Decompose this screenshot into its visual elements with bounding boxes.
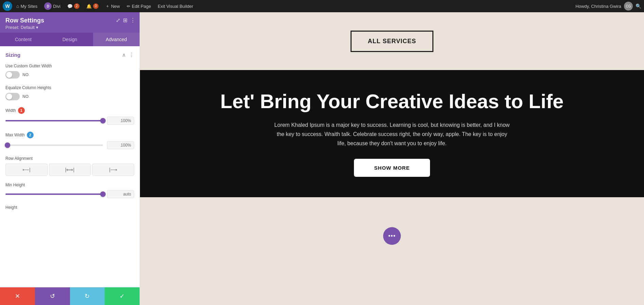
row-settings-panel: Row Settings Preset: Default ▾ ⤢ ⊞ ⋮ Con… bbox=[0, 12, 140, 305]
pencil-icon: ✏ bbox=[127, 4, 130, 9]
section-more-icon[interactable]: ⋮ bbox=[129, 52, 134, 58]
redo-button[interactable]: ↻ bbox=[70, 287, 105, 305]
comment-icon: 💬 bbox=[67, 4, 73, 9]
all-services-button[interactable]: ALL SERVICES bbox=[351, 31, 433, 52]
grid-icon[interactable]: ⊞ bbox=[123, 17, 127, 23]
show-more-button[interactable]: SHOW MORE bbox=[354, 159, 430, 177]
hero-paragraph: Lorem Khaled Ipsum is a major key to suc… bbox=[273, 120, 511, 148]
divi-icon: D bbox=[44, 2, 52, 10]
equalize-columns-field: Equalize Column Heights NO bbox=[5, 85, 134, 100]
custom-gutter-label: Use Custom Gutter Width bbox=[5, 64, 134, 68]
max-width-label: Max Width 2 bbox=[5, 132, 134, 138]
panel-header: Row Settings Preset: Default ▾ ⤢ ⊞ ⋮ bbox=[0, 12, 140, 33]
save-button[interactable]: ✓ bbox=[105, 287, 140, 305]
width-slider-thumb[interactable] bbox=[100, 118, 106, 123]
width-badge: 1 bbox=[18, 107, 25, 114]
plus-icon: ＋ bbox=[105, 3, 110, 9]
min-height-slider-row: auto bbox=[5, 190, 134, 198]
max-width-badge: 2 bbox=[27, 132, 34, 138]
max-width-field: Max Width 2 100% bbox=[5, 132, 134, 149]
custom-gutter-value: NO bbox=[22, 72, 29, 77]
content-area: ALL SERVICES Let' Bring Your Creative Id… bbox=[140, 12, 644, 305]
howdy-text: Howdy, Christina Gwira bbox=[575, 4, 621, 9]
exit-visual-builder-button[interactable]: Exit Visual Builder bbox=[155, 2, 196, 10]
divi-menu[interactable]: D Divi bbox=[41, 1, 63, 11]
panel-header-icons: ⤢ ⊞ ⋮ bbox=[116, 17, 136, 23]
height-field: Height bbox=[5, 205, 134, 210]
panel-content: Sizing ∧ ⋮ Use Custom Gutter Width NO E bbox=[0, 46, 140, 287]
min-height-slider-track bbox=[5, 193, 103, 195]
action-bar: ✕ ↺ ↻ ✓ bbox=[0, 287, 140, 305]
new-button[interactable]: ＋ New bbox=[103, 2, 123, 11]
admin-bar-right: Howdy, Christina Gwira CG 🔍 bbox=[575, 2, 641, 11]
min-height-field: Min Height auto bbox=[5, 183, 134, 198]
comments-badge: 2 bbox=[74, 3, 79, 9]
notifications-menu[interactable]: 🔔 0 bbox=[84, 2, 101, 10]
custom-gutter-toggle[interactable] bbox=[5, 71, 20, 79]
align-left-button[interactable]: ⟵| bbox=[5, 164, 48, 176]
expand-icon[interactable]: ⤢ bbox=[116, 17, 120, 23]
row-alignment-label: Row Alignment bbox=[5, 156, 134, 161]
min-height-slider-value[interactable]: auto bbox=[107, 190, 134, 198]
align-center-button[interactable]: |⟺| bbox=[49, 164, 91, 176]
hero-title: Let' Bring Your Creative Ideas to Life bbox=[167, 90, 617, 112]
custom-gutter-width-field: Use Custom Gutter Width NO bbox=[5, 64, 134, 79]
width-slider-fill bbox=[5, 120, 103, 121]
toggle-knob bbox=[6, 72, 12, 78]
undo-button[interactable]: ↺ bbox=[35, 287, 70, 305]
notification-icon: 🔔 bbox=[86, 4, 92, 9]
tab-advanced[interactable]: Advanced bbox=[93, 33, 140, 46]
width-slider-value[interactable]: 100% bbox=[107, 117, 134, 125]
collapse-icon[interactable]: ∧ bbox=[122, 52, 126, 58]
comments-menu[interactable]: 💬 2 bbox=[65, 2, 82, 10]
min-height-label: Min Height bbox=[5, 183, 134, 187]
max-width-slider-value[interactable]: 100% bbox=[107, 141, 134, 149]
max-width-slider-thumb[interactable] bbox=[5, 142, 10, 148]
width-label: Width 1 bbox=[5, 107, 134, 114]
sizing-section-header: Sizing ∧ ⋮ bbox=[5, 52, 134, 58]
home-icon: ⌂ bbox=[16, 3, 19, 9]
search-icon[interactable]: 🔍 bbox=[636, 3, 641, 9]
admin-bar: W ⌂ My Sites D Divi 💬 2 🔔 0 ＋ New ✏ Edit… bbox=[0, 0, 644, 12]
min-height-slider-thumb[interactable] bbox=[100, 191, 106, 197]
width-slider-row: 100% bbox=[5, 117, 134, 125]
dark-hero-section: Let' Bring Your Creative Ideas to Life L… bbox=[140, 70, 644, 197]
wp-logo[interactable]: W bbox=[3, 1, 12, 11]
equalize-columns-label: Equalize Column Heights bbox=[5, 85, 134, 90]
panel-title: Row Settings bbox=[5, 17, 134, 24]
row-alignment-options: ⟵| |⟺| |⟶ bbox=[5, 164, 134, 176]
equalize-columns-toggle-row: NO bbox=[5, 93, 134, 100]
avatar[interactable]: CG bbox=[624, 2, 633, 11]
tab-design[interactable]: Design bbox=[47, 33, 93, 46]
custom-gutter-toggle-row: NO bbox=[5, 71, 134, 79]
section-icons: ∧ ⋮ bbox=[122, 52, 134, 58]
toggle-knob-2 bbox=[6, 94, 12, 100]
width-slider-track bbox=[5, 120, 103, 121]
row-alignment-field: Row Alignment ⟵| |⟺| |⟶ bbox=[5, 156, 134, 176]
height-label: Height bbox=[5, 205, 134, 210]
main-layout: Row Settings Preset: Default ▾ ⤢ ⊞ ⋮ Con… bbox=[0, 12, 644, 305]
notif-badge: 0 bbox=[93, 3, 99, 9]
tab-content[interactable]: Content bbox=[0, 33, 47, 46]
my-sites-menu[interactable]: ⌂ My Sites bbox=[14, 2, 40, 10]
sizing-title: Sizing bbox=[5, 52, 20, 58]
dropdown-arrow-icon: ▾ bbox=[36, 25, 38, 30]
equalize-columns-value: NO bbox=[22, 94, 29, 99]
max-width-slider-row: 100% bbox=[5, 141, 134, 149]
max-width-slider-track bbox=[5, 145, 103, 146]
edit-page-button[interactable]: ✏ Edit Page bbox=[124, 2, 154, 10]
bottom-section: ••• bbox=[140, 197, 644, 265]
floating-dots-button[interactable]: ••• bbox=[383, 227, 401, 245]
align-right-button[interactable]: |⟶ bbox=[92, 164, 134, 176]
dots-icon: ••• bbox=[388, 233, 396, 240]
panel-preset: Preset: Default ▾ bbox=[5, 25, 134, 30]
settings-tabs: Content Design Advanced bbox=[0, 33, 140, 46]
more-options-icon[interactable]: ⋮ bbox=[130, 17, 136, 23]
top-section: ALL SERVICES bbox=[140, 12, 644, 70]
width-field: Width 1 100% bbox=[5, 107, 134, 125]
min-height-slider-fill bbox=[5, 193, 103, 195]
equalize-columns-toggle[interactable] bbox=[5, 93, 20, 100]
cancel-button[interactable]: ✕ bbox=[0, 287, 35, 305]
